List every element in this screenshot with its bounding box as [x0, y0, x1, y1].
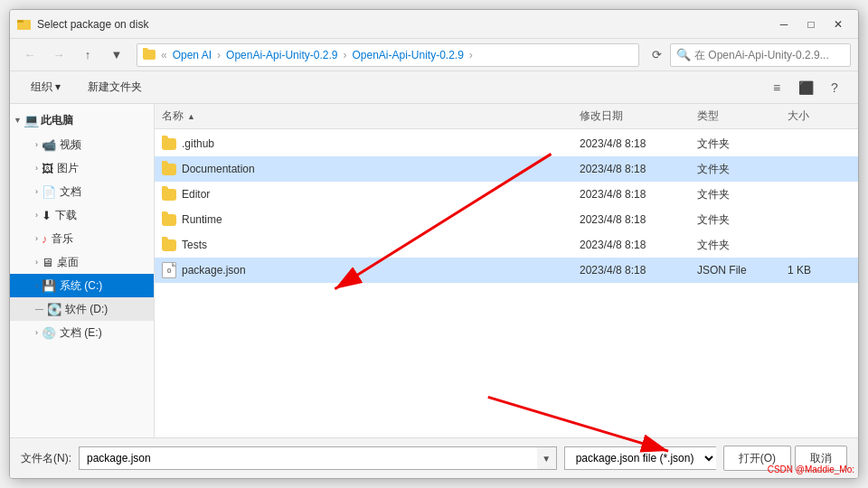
sidebar-item-videos[interactable]: › 📹 视频: [10, 133, 154, 156]
filetype-select[interactable]: package.json file (*.json): [564, 446, 716, 470]
file-name: Runtime: [182, 213, 222, 226]
file-name-cell: {} package.json: [162, 262, 580, 278]
main-content: ▼ 💻 此电脑 › 📹 视频 › 🖼 图片 › 📄 文档 › ⬇: [10, 104, 858, 437]
sidebar-item-music[interactable]: › ♪ 音乐: [10, 227, 154, 250]
file-list-header: 名称 ▲ 修改日期 类型 大小: [155, 104, 858, 129]
expand-icon-pictures: ›: [35, 164, 38, 173]
filetype-select-wrap: package.json file (*.json): [564, 446, 716, 470]
toolbar-right: ≡ ⬛ ?: [764, 75, 847, 100]
recent-locations-button[interactable]: ▼: [104, 42, 129, 68]
folder-icon: [162, 214, 176, 226]
file-row[interactable]: Runtime 2023/4/8 8:18 文件夹: [155, 207, 858, 232]
sidebar-item-documents[interactable]: › 📄 文档: [10, 180, 154, 203]
sidebar-group-this-pc[interactable]: ▼ 💻 此电脑: [10, 108, 154, 133]
help-button[interactable]: ?: [822, 75, 847, 100]
filename-input-wrap: ▼: [79, 446, 557, 470]
sidebar-item-pictures[interactable]: › 🖼 图片: [10, 156, 154, 180]
close-button[interactable]: ✕: [826, 12, 851, 37]
expand-icon-desktop: ›: [35, 258, 38, 267]
sidebar-label-desktop: 桌面: [57, 255, 79, 270]
window-controls: ─ □ ✕: [771, 12, 851, 37]
videos-icon: 📹: [42, 138, 56, 152]
organize-button[interactable]: 组织 ▾: [21, 75, 71, 100]
sidebar: ▼ 💻 此电脑 › 📹 视频 › 🖼 图片 › 📄 文档 › ⬇: [10, 104, 155, 437]
folder-icon: [162, 189, 176, 201]
file-row[interactable]: .github 2023/4/8 8:18 文件夹: [155, 131, 858, 156]
documents-icon: 📄: [42, 185, 56, 199]
filename-dropdown-button[interactable]: ▼: [537, 446, 557, 470]
new-folder-button[interactable]: 新建文件夹: [78, 75, 152, 100]
nav-bar: ← → ↑ ▼ « Open AI › OpenAi-Api-Unity-0.2…: [10, 39, 858, 71]
file-name: package.json: [182, 264, 246, 277]
sidebar-item-desktop[interactable]: › 🖥 桌面: [10, 250, 154, 274]
file-modified: 2023/4/8 8:18: [580, 137, 697, 150]
expand-icon-drive-c: ›: [35, 281, 38, 290]
up-button[interactable]: ↑: [75, 42, 100, 68]
address-bar[interactable]: « Open AI › OpenAi-Api-Unity-0.2.9 › Ope…: [137, 43, 639, 67]
json-file-icon: {}: [162, 262, 176, 278]
expand-icon-drive-d: —: [35, 305, 43, 314]
file-row[interactable]: Documentation 2023/4/8 8:18 文件夹: [155, 156, 858, 182]
forward-button[interactable]: →: [46, 42, 71, 68]
filename-input[interactable]: [79, 446, 537, 470]
file-name: Editor: [182, 188, 210, 201]
sidebar-item-drive-c[interactable]: › 💾 系统 (C:): [10, 274, 154, 297]
music-icon: ♪: [42, 232, 48, 246]
file-row[interactable]: Tests 2023/4/8 8:18 文件夹: [155, 232, 858, 258]
file-name-cell: .github: [162, 137, 580, 150]
bottom-bar: 文件名(N): ▼ package.json file (*.json) 打开(…: [10, 437, 858, 478]
search-input[interactable]: [694, 49, 844, 61]
back-button[interactable]: ←: [17, 42, 42, 68]
column-name[interactable]: 名称 ▲: [162, 108, 580, 124]
file-name: .github: [182, 137, 214, 150]
pictures-icon: 🖼: [42, 162, 53, 175]
search-icon: 🔍: [676, 48, 691, 61]
file-name: Documentation: [182, 163, 255, 175]
title-bar: Select package on disk ─ □ ✕: [10, 10, 858, 39]
sidebar-label-pictures: 图片: [57, 161, 79, 176]
expand-icon-downloads: ›: [35, 211, 38, 220]
sidebar-item-drive-d[interactable]: — 💽 软件 (D:): [10, 297, 154, 321]
breadcrumb-openai[interactable]: Open AI: [173, 49, 212, 61]
file-name: Tests: [182, 239, 207, 251]
file-list-area: 名称 ▲ 修改日期 类型 大小 .github: [155, 104, 858, 437]
file-modified: 2023/4/8 8:18: [580, 163, 697, 175]
computer-icon: 💻: [24, 113, 39, 127]
column-size[interactable]: 大小: [788, 108, 851, 124]
file-name-cell: Runtime: [162, 213, 580, 226]
maximize-button[interactable]: □: [798, 12, 824, 37]
preview-button[interactable]: ⬛: [793, 75, 818, 100]
breadcrumb-unity2[interactable]: OpenAi-Api-Unity-0.2.9: [352, 49, 463, 61]
dialog-icon: [17, 17, 32, 32]
minimize-button[interactable]: ─: [771, 12, 797, 37]
sidebar-label-drive-d: 软件 (D:): [65, 302, 108, 317]
sidebar-item-drive-e[interactable]: › 💿 文档 (E:): [10, 321, 154, 344]
expand-icon-music: ›: [35, 234, 38, 243]
file-name-cell: Editor: [162, 188, 580, 201]
file-dialog: Select package on disk ─ □ ✕ ← → ↑ ▼ « O…: [9, 9, 859, 479]
breadcrumb-unity1[interactable]: OpenAi-Api-Unity-0.2.9: [226, 49, 337, 61]
sidebar-item-downloads[interactable]: › ⬇ 下载: [10, 203, 154, 227]
file-list: .github 2023/4/8 8:18 文件夹 Documentation …: [155, 129, 858, 285]
refresh-button[interactable]: ⟳: [646, 45, 666, 65]
file-row[interactable]: Editor 2023/4/8 8:18 文件夹: [155, 182, 858, 207]
expand-icon: ▼: [14, 116, 22, 125]
file-name-cell: Tests: [162, 239, 580, 251]
file-modified: 2023/4/8 8:18: [580, 264, 697, 277]
views-button[interactable]: ≡: [764, 75, 789, 100]
column-type[interactable]: 类型: [697, 108, 788, 124]
search-box[interactable]: 🔍: [670, 43, 851, 67]
sidebar-label-downloads: 下载: [55, 208, 77, 223]
folder-icon: [162, 239, 176, 251]
downloads-icon: ⬇: [42, 209, 52, 222]
sidebar-group-label: 此电脑: [41, 113, 73, 128]
file-row-package-json[interactable]: {} package.json 2023/4/8 8:18 JSON File …: [155, 258, 858, 283]
file-type: 文件夹: [697, 136, 788, 152]
file-type: 文件夹: [697, 187, 788, 202]
file-type: 文件夹: [697, 212, 788, 228]
file-modified: 2023/4/8 8:18: [580, 213, 697, 226]
sidebar-label-music: 音乐: [52, 231, 73, 247]
file-size: 1 KB: [788, 264, 851, 277]
drive-e-icon: 💿: [42, 326, 56, 340]
column-modified[interactable]: 修改日期: [580, 108, 697, 124]
